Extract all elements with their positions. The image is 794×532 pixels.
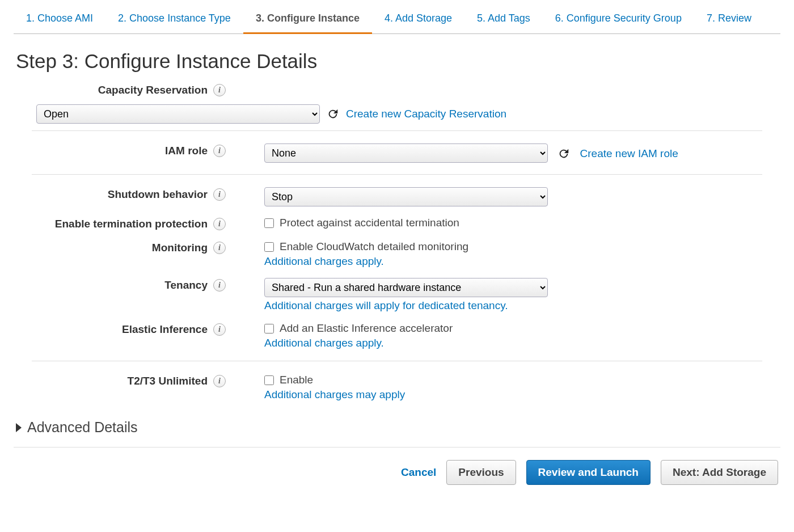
link-create-capacity-reservation[interactable]: Create new Capacity Reservation <box>346 108 506 120</box>
advanced-details-toggle[interactable]: Advanced Details <box>0 406 794 440</box>
divider <box>32 361 762 361</box>
link-elastic-inference-charges[interactable]: Additional charges apply. <box>264 337 762 349</box>
link-tenancy-charges[interactable]: Additional charges will apply for dedica… <box>264 299 762 312</box>
row-capacity-reservation: Capacity Reservation i <box>32 77 762 101</box>
label-monitoring: Monitoring <box>152 242 208 254</box>
wizard-step-review[interactable]: 7. Review <box>694 5 764 34</box>
select-iam-role[interactable]: None <box>264 143 548 163</box>
checkbox-elastic-inference[interactable] <box>264 324 274 333</box>
select-shutdown-behavior[interactable]: Stop <box>264 187 548 206</box>
wizard-step-choose-instance-type[interactable]: 2. Choose Instance Type <box>105 5 243 34</box>
row-termination-protection: Enable termination protection i Protect … <box>32 211 762 235</box>
checkbox-label-termination-protection: Protect against accidental termination <box>280 217 459 229</box>
checkbox-label-monitoring: Enable CloudWatch detailed monitoring <box>280 240 468 253</box>
wizard-step-add-storage[interactable]: 4. Add Storage <box>372 5 464 34</box>
next-add-storage-button[interactable]: Next: Add Storage <box>661 460 778 485</box>
row-elastic-inference: Elastic Inference i Add an Elastic Infer… <box>32 316 762 354</box>
label-termination-protection: Enable termination protection <box>55 218 208 230</box>
divider <box>32 174 762 175</box>
cancel-button[interactable]: Cancel <box>401 466 436 479</box>
info-icon[interactable]: i <box>213 242 226 254</box>
form-section: Capacity Reservation i Open Create new C… <box>0 77 794 406</box>
row-iam-role: IAM role i None Create new IAM role <box>32 138 762 167</box>
select-capacity-reservation[interactable]: Open <box>36 104 320 124</box>
link-t2t3-charges[interactable]: Additional charges may apply <box>264 389 762 401</box>
footer-bar: Cancel Previous Review and Launch Next: … <box>14 447 780 497</box>
label-capacity-reservation: Capacity Reservation <box>98 84 208 96</box>
advanced-details-label: Advanced Details <box>27 419 138 436</box>
page-title: Step 3: Configure Instance Details <box>0 34 794 77</box>
checkbox-t2t3-unlimited[interactable] <box>264 375 274 385</box>
wizard-step-configure-security-group[interactable]: 6. Configure Security Group <box>543 5 694 34</box>
row-t2t3-unlimited: T2/T3 Unlimited i Enable Additional char… <box>32 368 762 406</box>
review-and-launch-button[interactable]: Review and Launch <box>526 460 651 485</box>
info-icon[interactable]: i <box>213 323 226 336</box>
divider <box>32 130 762 131</box>
row-shutdown-behavior: Shutdown behavior i Stop <box>32 181 762 211</box>
row-monitoring: Monitoring i Enable CloudWatch detailed … <box>32 235 762 272</box>
checkbox-monitoring[interactable] <box>264 242 274 252</box>
wizard-step-configure-instance[interactable]: 3. Configure Instance <box>243 5 372 34</box>
nav-spacer <box>764 5 780 34</box>
info-icon[interactable]: i <box>213 375 226 387</box>
select-tenancy[interactable]: Shared - Run a shared hardware instance <box>264 278 548 297</box>
link-monitoring-charges[interactable]: Additional charges apply. <box>264 255 762 268</box>
wizard-step-choose-ami[interactable]: 1. Choose AMI <box>14 5 105 34</box>
refresh-icon[interactable] <box>327 108 339 120</box>
info-icon[interactable]: i <box>213 84 226 96</box>
label-iam-role: IAM role <box>165 145 208 157</box>
refresh-icon[interactable] <box>558 147 570 160</box>
info-icon[interactable]: i <box>213 218 226 230</box>
wizard-step-add-tags[interactable]: 5. Add Tags <box>464 5 543 34</box>
wizard-nav: 1. Choose AMI 2. Choose Instance Type 3.… <box>0 0 794 34</box>
row-tenancy: Tenancy i Shared - Run a shared hardware… <box>32 272 762 316</box>
info-icon[interactable]: i <box>213 145 226 157</box>
checkbox-label-t2t3-unlimited: Enable <box>280 374 313 386</box>
checkbox-label-elastic-inference: Add an Elastic Inference accelerator <box>280 322 453 335</box>
checkbox-termination-protection[interactable] <box>264 218 274 228</box>
info-icon[interactable]: i <box>213 188 226 201</box>
link-create-iam-role[interactable]: Create new IAM role <box>580 147 678 159</box>
info-icon[interactable]: i <box>213 279 226 292</box>
previous-button[interactable]: Previous <box>446 460 516 485</box>
label-t2t3-unlimited: T2/T3 Unlimited <box>128 375 208 387</box>
label-shutdown-behavior: Shutdown behavior <box>108 188 208 201</box>
label-elastic-inference: Elastic Inference <box>122 323 208 336</box>
triangle-right-icon <box>16 423 22 432</box>
label-tenancy: Tenancy <box>164 279 208 292</box>
